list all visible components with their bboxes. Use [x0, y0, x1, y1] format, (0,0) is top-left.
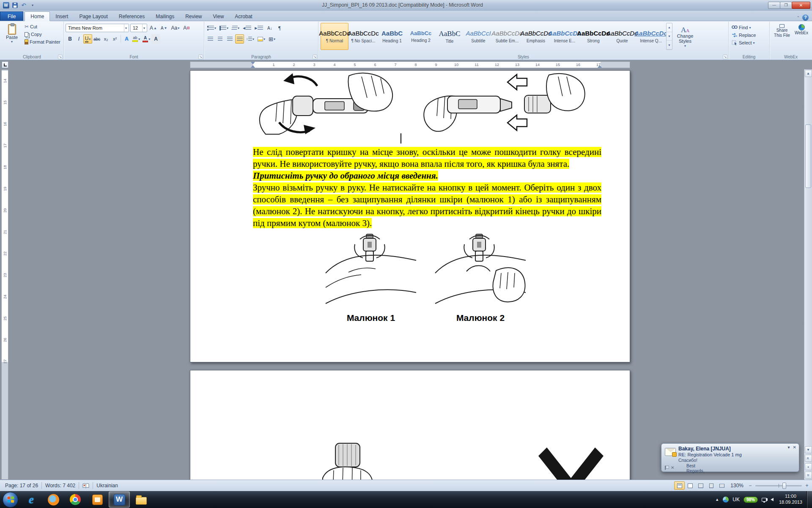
volume-icon[interactable] [771, 498, 774, 501]
taskbar-internet-explorer-button[interactable]: e [21, 491, 42, 508]
figure-injection-with-pinch[interactable] [433, 232, 527, 309]
maximize-button[interactable]: ❐ [780, 2, 792, 9]
language-switcher[interactable]: UK [732, 497, 740, 502]
undo-icon[interactable]: ↶ [20, 1, 27, 9]
document-text[interactable]: Не слід повертати кришку на місце знову,… [253, 146, 601, 229]
borders-button[interactable]: ⊞▾ [267, 34, 277, 44]
paste-button[interactable]: Paste ▾ [2, 23, 22, 45]
tab-acrobat[interactable]: Acrobat [229, 12, 258, 21]
tab-references[interactable]: References [113, 12, 150, 21]
close-button[interactable]: ✕ [792, 2, 810, 9]
start-button[interactable] [3, 492, 18, 508]
highlight-color-button[interactable]: ab▾ [131, 34, 141, 44]
style-heading-1[interactable]: AaBbCHeading 1 [378, 23, 406, 50]
word-logo-icon[interactable]: W [2, 1, 10, 9]
sort-button[interactable]: A↓ [265, 23, 274, 33]
style-heading-2[interactable]: AaBbCcHeading 2 [407, 23, 435, 50]
align-right-button[interactable] [225, 34, 234, 44]
tab-review[interactable]: Review [180, 12, 207, 21]
taskbar-word-button[interactable]: W [109, 491, 130, 508]
notification-subject[interactable]: RE: Registration Velcade 1 mg [678, 452, 796, 457]
scroll-down-icon[interactable]: ▼ [805, 446, 812, 453]
styles-dialog-launcher-icon[interactable]: ↘ [723, 55, 727, 59]
draft-view-button[interactable] [716, 481, 727, 490]
minimize-button[interactable]: — [768, 2, 780, 9]
tray-webex-icon[interactable] [723, 497, 729, 502]
strikethrough-button[interactable]: abc [92, 34, 102, 44]
web-layout-view-button[interactable] [695, 481, 706, 490]
decrease-indent-button[interactable]: ◀ [241, 23, 252, 33]
scroll-up-icon[interactable]: ▲ [805, 70, 812, 77]
style-title[interactable]: AaBbCTitle [436, 23, 464, 50]
style-normal[interactable]: AaBbCcDc¶ Normal [321, 23, 348, 50]
shading-button[interactable]: ▾ [256, 34, 266, 44]
webex-button[interactable]: WebEx [793, 23, 810, 36]
first-line-indent-marker[interactable] [251, 62, 255, 64]
qat-dropdown-icon[interactable]: ▾ [29, 1, 36, 9]
superscript-button[interactable]: x² [110, 34, 119, 44]
figure-pull-cap-illustration[interactable] [418, 72, 587, 135]
gallery-scroll-down-icon[interactable]: ▼ [667, 32, 672, 41]
vertical-ruler[interactable]: 14 15 16 17 18 19 20 21 22 23 24 25 26 2… [1, 69, 8, 480]
format-painter-button[interactable]: Format Painter [23, 38, 62, 46]
zoom-slider[interactable] [755, 485, 802, 486]
tab-mailings[interactable]: Mailings [150, 12, 180, 21]
zoom-level[interactable]: 130% [727, 483, 747, 489]
taskbar-explorer-button[interactable] [131, 491, 152, 508]
zoom-out-button[interactable]: − [747, 482, 754, 489]
numbering-button[interactable]: ▾ [218, 23, 230, 33]
show-desktop-button[interactable] [807, 491, 812, 508]
select-button[interactable]: Select▾ [730, 39, 757, 47]
minimize-ribbon-icon[interactable]: ⌃ [796, 16, 800, 20]
show-paragraph-marks-button[interactable]: ¶ [275, 23, 284, 33]
hanging-indent-marker[interactable] [251, 65, 255, 68]
tab-file[interactable]: File [0, 11, 23, 21]
hidden-icons-chevron[interactable]: ▲ [715, 497, 719, 502]
proofing-status[interactable] [79, 480, 93, 491]
notification-flag-icon[interactable] [665, 466, 668, 470]
italic-button[interactable]: I [74, 34, 83, 44]
figure-1-caption[interactable]: Малюнок 1 [324, 313, 418, 323]
paragraph-1[interactable]: Не слід повертати кришку на місце знову,… [253, 146, 601, 170]
save-icon[interactable] [11, 1, 19, 9]
align-left-button[interactable] [206, 34, 215, 44]
character-shading-button[interactable]: A [151, 34, 160, 44]
find-button[interactable]: Find▾ [730, 24, 757, 31]
previous-page-button[interactable]: « [805, 455, 812, 462]
select-browse-object-button[interactable]: ● [805, 463, 812, 470]
grow-font-button[interactable]: A▲ [148, 23, 158, 33]
line-spacing-button[interactable]: ↕▾ [245, 34, 255, 44]
notification-options-icon[interactable]: ▾ [788, 445, 790, 450]
zoom-in-button[interactable]: + [804, 482, 810, 489]
figure-twist-cap-illustration[interactable] [253, 72, 402, 135]
notification-delete-icon[interactable]: ✕ [671, 465, 674, 470]
tab-page-layout[interactable]: Page Layout [74, 12, 113, 21]
multilevel-list-button[interactable]: ▾ [230, 23, 241, 33]
outline-view-button[interactable] [706, 481, 716, 490]
clear-formatting-button[interactable]: A [182, 23, 191, 33]
tab-view[interactable]: View [208, 12, 230, 21]
font-color-button[interactable]: A▾ [141, 34, 151, 44]
paragraph-2[interactable]: Притисніть ручку до обраного місця введе… [253, 170, 601, 182]
style-subtle-emphasis[interactable]: AaBbCcDcSubtle Em... [493, 23, 521, 50]
figure-crossed-out-action[interactable] [535, 443, 607, 480]
bold-button[interactable]: B [66, 34, 74, 44]
document-page-2[interactable] [190, 370, 630, 480]
taskbar-app-button[interactable] [87, 491, 108, 508]
figure-injection-no-pinch[interactable] [324, 232, 418, 309]
tab-home[interactable]: Home [25, 11, 50, 21]
print-layout-view-button[interactable] [674, 481, 685, 490]
help-icon[interactable]: ? [802, 14, 809, 21]
shrink-font-button[interactable]: A▼ [159, 23, 169, 33]
zoom-slider-thumb[interactable] [782, 483, 786, 489]
style-emphasis[interactable]: AaBbCcDcEmphasis [522, 23, 550, 50]
gallery-scroll-up-icon[interactable]: ▲ [667, 23, 672, 32]
battery-indicator[interactable]: 98% [743, 497, 758, 503]
language-indicator[interactable]: Ukrainian [93, 480, 121, 491]
change-case-button[interactable]: Aa▾ [170, 23, 181, 33]
full-screen-reading-view-button[interactable] [685, 481, 695, 490]
taskbar-firefox-button[interactable] [43, 491, 64, 508]
increase-indent-button[interactable]: ▶ [253, 23, 264, 33]
subscript-button[interactable]: x₂ [102, 34, 110, 44]
font-dialog-launcher-icon[interactable]: ↘ [198, 55, 203, 59]
